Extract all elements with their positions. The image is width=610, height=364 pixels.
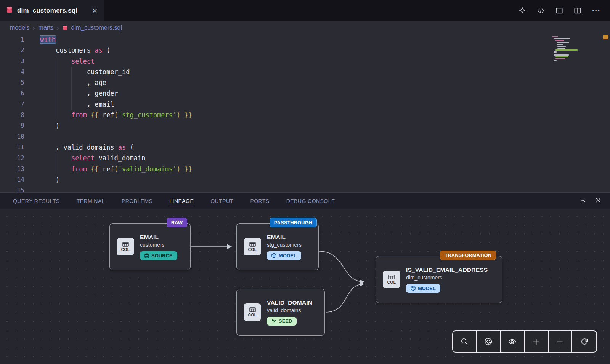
tag-raw: RAW (167, 218, 187, 227)
code-line: 14 ) (0, 174, 610, 185)
line-number: 11 (0, 142, 30, 153)
tab-close-icon[interactable]: ✕ (92, 7, 98, 15)
breadcrumb-models[interactable]: models (10, 24, 30, 31)
code-line: 8 from {{ ref('stg_customers') }} (0, 110, 610, 120)
panel-tab-ports[interactable]: PORTS (250, 193, 269, 209)
node-subtitle: customers (140, 242, 177, 248)
code-line: 3 select (0, 56, 610, 67)
indent-guide (56, 56, 56, 120)
line-number: 15 (0, 185, 30, 192)
line-number: 7 (0, 99, 30, 110)
split-editor-icon[interactable] (573, 6, 582, 15)
overview-ruler-marker (603, 35, 608, 39)
cube-icon (411, 286, 416, 291)
plus-icon (532, 338, 540, 346)
line-number: 6 (0, 88, 30, 99)
lineage-node-customers[interactable]: RAW COL EMAIL customers SOURCE (109, 223, 191, 270)
breadcrumb-marts[interactable]: marts (39, 24, 54, 31)
breadcrumb-file[interactable]: dim_customers.sql (71, 24, 122, 31)
cube-icon (271, 253, 276, 258)
lineage-canvas[interactable]: RAW COL EMAIL customers SOURCE PASSTHROU… (0, 209, 610, 364)
model-badge: MODEL (406, 284, 440, 293)
node-title: IS_VALID_EMAIL_ADDRESS (406, 267, 488, 273)
panel-close-icon[interactable] (595, 197, 602, 205)
line-number: 10 (0, 131, 30, 142)
aperture-icon (484, 337, 493, 346)
code-line: 7 , email (0, 99, 610, 110)
code-line: 2 customers as ( (0, 45, 610, 56)
tag-transformation: TRANSFORMATION (440, 251, 496, 260)
panel-tab-output[interactable]: OUTPUT (210, 193, 233, 209)
eye-icon (508, 337, 517, 346)
code-line: 9 ) (0, 120, 610, 131)
line-number: 3 (0, 56, 30, 67)
model-badge: MODEL (267, 251, 301, 260)
panel-tab-terminal[interactable]: TERMINAL (77, 193, 105, 209)
panel-tab-query-results[interactable]: QUERY RESULTS (13, 193, 60, 209)
breadcrumb-separator: › (57, 25, 59, 31)
lineage-toolbar (452, 330, 597, 353)
line-number: 4 (0, 67, 30, 77)
visibility-button[interactable] (501, 331, 525, 352)
sparkle-icon[interactable] (518, 6, 527, 15)
panel-collapse-icon[interactable] (579, 197, 586, 206)
search-button[interactable] (453, 331, 477, 352)
code-line: 11 , valid_domains as ( (0, 142, 610, 153)
aperture-button[interactable] (477, 331, 501, 352)
table-icon (249, 242, 256, 247)
panel-tab-problems[interactable]: PROBLEMS (122, 193, 152, 209)
panel-tab-lineage[interactable]: LINEAGE (169, 193, 194, 209)
indent-guide (71, 67, 72, 110)
minimap[interactable] (552, 36, 590, 66)
line-number: 9 (0, 120, 30, 131)
tab-title: dim_customers.sql (17, 7, 77, 14)
title-bar: dim_customers.sql ✕ ⋯ (0, 0, 610, 21)
indent-guide (56, 153, 56, 174)
line-number: 8 (0, 110, 30, 120)
refresh-button[interactable] (572, 331, 596, 352)
column-chip: COL (117, 238, 134, 255)
node-title: EMAIL (140, 234, 177, 241)
breadcrumb: models › marts › dim_customers.sql (0, 21, 610, 34)
code-icon[interactable] (536, 6, 545, 15)
code-line: 1with (0, 34, 610, 45)
column-chip: COL (244, 238, 261, 255)
line-number: 5 (0, 77, 30, 88)
refresh-icon (580, 337, 589, 346)
table-icon (249, 307, 256, 312)
database-icon (144, 253, 149, 258)
line-number: 14 (0, 174, 30, 185)
zoom-in-button[interactable] (525, 331, 549, 352)
node-subtitle: dim_customers (406, 275, 488, 281)
code-lines: 1with2 customers as (3 select4 customer_… (0, 34, 610, 192)
lineage-node-dim-customers[interactable]: TRANSFORMATION COL IS_VALID_EMAIL_ADDRES… (376, 256, 502, 303)
breadcrumb-separator: › (33, 25, 35, 31)
zoom-out-button[interactable] (549, 331, 573, 352)
panel-tabs: QUERY RESULTSTERMINALPROBLEMSLINEAGEOUTP… (13, 193, 579, 209)
node-title: EMAIL (267, 234, 302, 241)
bottom-panel-bar: QUERY RESULTSTERMINALPROBLEMSLINEAGEOUTP… (0, 192, 610, 209)
more-actions-icon[interactable]: ⋯ (592, 6, 600, 16)
line-number: 2 (0, 45, 30, 56)
code-editor[interactable]: 1with2 customers as (3 select4 customer_… (0, 34, 610, 192)
node-subtitle: stg_customers (267, 242, 302, 248)
column-chip: COL (244, 303, 261, 321)
search-icon (460, 337, 469, 346)
table-icon[interactable] (555, 6, 563, 15)
code-line: 10 (0, 131, 610, 142)
editor-tab[interactable]: dim_customers.sql ✕ (0, 0, 104, 21)
node-subtitle: valid_domains (267, 307, 312, 313)
lineage-node-valid-domains[interactable]: COL VALID_DOMAIN valid_domains SEED (236, 289, 325, 336)
code-line: 15 (0, 185, 610, 192)
source-badge: SOURCE (140, 251, 177, 260)
code-line: 5 , age (0, 77, 610, 88)
column-chip: COL (383, 271, 400, 288)
panel-tab-debug-console[interactable]: DEBUG CONSOLE (286, 193, 335, 209)
table-icon (388, 275, 395, 279)
sprout-icon (271, 319, 276, 324)
line-number: 13 (0, 164, 30, 174)
code-line: 6 , gender (0, 88, 610, 99)
seed-badge: SEED (267, 317, 297, 326)
lineage-node-stg-customers[interactable]: PASSTHROUGH COL EMAIL stg_customers MODE… (236, 223, 319, 270)
table-icon (122, 242, 129, 247)
